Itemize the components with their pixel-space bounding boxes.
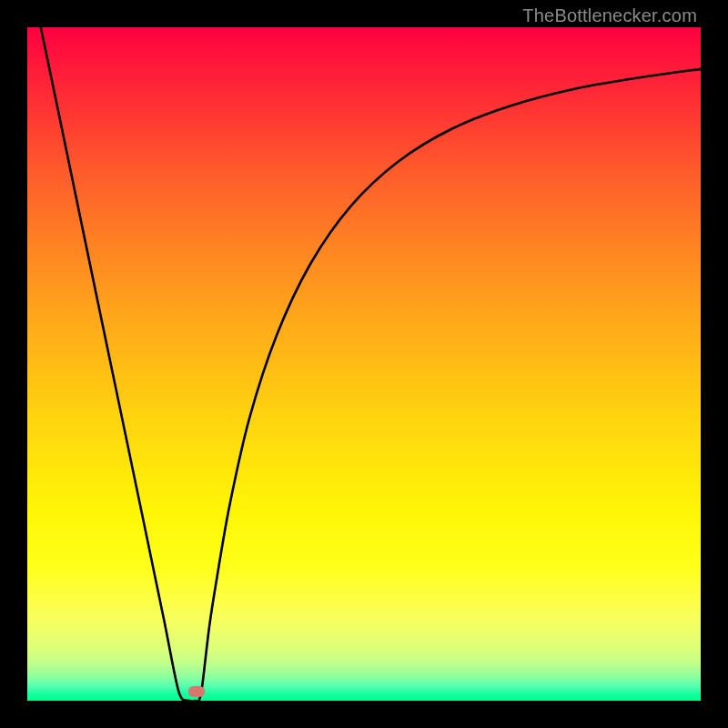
bottleneck-curve — [41, 27, 701, 701]
watermark-text: TheBottlenecker.com — [522, 5, 697, 26]
chart-frame: TheBottlenecker.com — [0, 0, 728, 728]
plot-area — [27, 27, 701, 701]
curve-layer — [27, 27, 701, 701]
optimum-marker — [188, 686, 205, 697]
